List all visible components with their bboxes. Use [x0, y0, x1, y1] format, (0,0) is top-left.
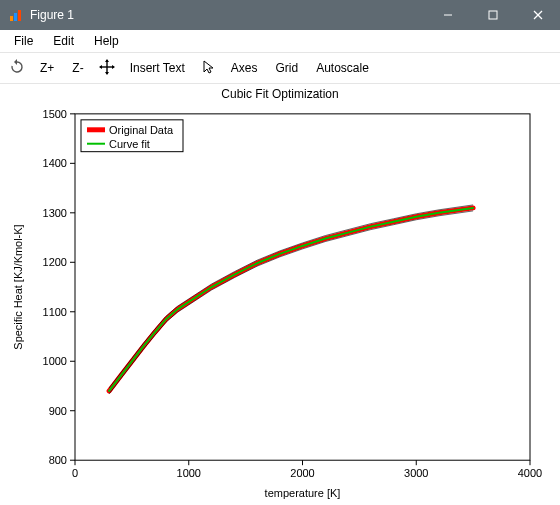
- svg-rect-0: [10, 16, 13, 21]
- svg-marker-12: [99, 65, 102, 69]
- x-tick-label: 4000: [518, 467, 542, 479]
- svg-marker-11: [105, 72, 109, 75]
- cursor-icon: [200, 59, 216, 78]
- series-outline: [109, 211, 473, 394]
- svg-rect-4: [489, 11, 497, 19]
- pan-button[interactable]: [96, 57, 118, 79]
- series-original-data: [109, 208, 473, 391]
- y-tick-label: 1300: [43, 207, 67, 219]
- svg-marker-14: [204, 61, 213, 73]
- menu-edit[interactable]: Edit: [43, 32, 84, 50]
- cursor-button[interactable]: [197, 57, 219, 79]
- app-icon: [8, 7, 24, 23]
- window-controls: [425, 0, 560, 30]
- legend-label-fit: Curve fit: [109, 138, 150, 150]
- legend-label-original: Original Data: [109, 124, 174, 136]
- y-tick-label: 1200: [43, 256, 67, 268]
- y-tick-label: 1000: [43, 355, 67, 367]
- svg-line-6: [534, 11, 542, 19]
- rotate-icon: [9, 59, 25, 78]
- series-curve-fit: [109, 208, 473, 391]
- plot-svg: Cubic Fit Optimization010002000300040008…: [0, 84, 560, 505]
- y-tick-label: 1500: [43, 108, 67, 120]
- titlebar: Figure 1: [0, 0, 560, 30]
- insert-text-button[interactable]: Insert Text: [124, 59, 191, 77]
- pan-icon: [99, 59, 115, 78]
- rotate-button[interactable]: [6, 57, 28, 79]
- toolbar: Z+ Z- Insert Text Axes: [0, 53, 560, 84]
- y-tick-label: 1400: [43, 157, 67, 169]
- menu-file[interactable]: File: [4, 32, 43, 50]
- svg-rect-2: [18, 10, 21, 21]
- x-tick-label: 1000: [177, 467, 201, 479]
- close-button[interactable]: [515, 0, 560, 30]
- zoom-in-button[interactable]: Z+: [34, 59, 60, 77]
- svg-marker-7: [14, 59, 17, 65]
- y-axis-label: Specific Heat [KJ/Kmol-K]: [12, 224, 24, 349]
- x-tick-label: 3000: [404, 467, 428, 479]
- y-tick-label: 800: [49, 454, 67, 466]
- plot-area[interactable]: Cubic Fit Optimization010002000300040008…: [0, 84, 560, 505]
- y-tick-label: 900: [49, 405, 67, 417]
- x-tick-label: 2000: [290, 467, 314, 479]
- axes-box: [75, 114, 530, 460]
- series-outline: [109, 205, 473, 388]
- x-tick-label: 0: [72, 467, 78, 479]
- autoscale-button[interactable]: Autoscale: [310, 59, 375, 77]
- figure-window: Figure 1 File Edit Help: [0, 0, 560, 505]
- menu-help[interactable]: Help: [84, 32, 129, 50]
- svg-rect-1: [14, 13, 17, 21]
- x-axis-label: temperature [K]: [265, 487, 341, 499]
- menubar: File Edit Help: [0, 30, 560, 53]
- maximize-button[interactable]: [470, 0, 515, 30]
- zoom-out-button[interactable]: Z-: [66, 59, 89, 77]
- svg-line-5: [534, 11, 542, 19]
- chart-title: Cubic Fit Optimization: [221, 87, 338, 101]
- svg-marker-13: [112, 65, 115, 69]
- svg-marker-10: [105, 59, 109, 62]
- minimize-button[interactable]: [425, 0, 470, 30]
- grid-button[interactable]: Grid: [270, 59, 305, 77]
- y-tick-label: 1100: [43, 306, 67, 318]
- window-title: Figure 1: [30, 8, 425, 22]
- axes-button[interactable]: Axes: [225, 59, 264, 77]
